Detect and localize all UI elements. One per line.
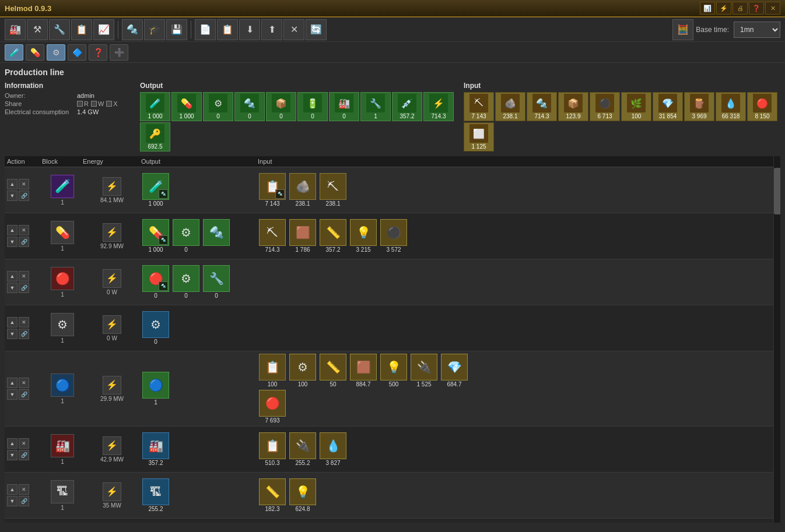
sub-medicine-btn[interactable]: 💊 <box>26 44 44 61</box>
row-down-btn[interactable]: ▼ <box>7 329 17 339</box>
prod-output-item[interactable]: 🔵 1 <box>141 372 170 406</box>
out-item-2[interactable]: ⚙0 <box>203 92 233 121</box>
out-item-9[interactable]: ⚡714.3 <box>423 92 454 121</box>
in-item-5[interactable]: 🌿100 <box>621 92 651 121</box>
prod-output-item[interactable]: 🔴🔩 0 <box>141 265 170 299</box>
row-down-btn[interactable]: ▼ <box>7 496 17 506</box>
row-up-btn[interactable]: ▲ <box>7 484 17 495</box>
out-item-3[interactable]: 🔩0 <box>234 92 265 121</box>
prod-input-item[interactable]: 📋🔩 7 143 <box>258 173 287 207</box>
row-delete-btn[interactable]: ✕ <box>19 179 29 189</box>
tool-btn-6[interactable]: 🔩 <box>122 19 143 40</box>
prod-output-item[interactable]: 🔧 0 <box>202 265 231 299</box>
row-up-btn[interactable]: ▲ <box>7 179 17 189</box>
tool-down-btn[interactable]: ⬇ <box>239 19 260 40</box>
row-delete-btn[interactable]: ✕ <box>19 484 29 495</box>
in-item-6[interactable]: 💎31 854 <box>653 92 683 121</box>
prod-output-item[interactable]: 🔩 <box>202 219 231 246</box>
factory-btn[interactable]: 🏭 <box>5 19 26 40</box>
scrollbar[interactable] <box>773 156 780 523</box>
row-delete-btn[interactable]: ✕ <box>19 271 29 281</box>
mine-btn[interactable]: ⚒ <box>27 19 48 40</box>
sub-potion-btn[interactable]: 🧪 <box>5 44 23 61</box>
prod-input-item[interactable]: 🟫 1 786 <box>288 219 317 253</box>
prod-input-item[interactable]: 🔌 255.2 <box>288 432 317 466</box>
prod-input-item[interactable]: 💡 624.8 <box>288 478 317 512</box>
title-stats-btn[interactable]: 📊 <box>700 2 715 15</box>
share-x[interactable]: X <box>106 100 117 107</box>
tool-btn-8[interactable]: 💾 <box>166 19 187 40</box>
out-item-8[interactable]: 💉357.2 <box>392 92 422 121</box>
tool-btn-3[interactable]: 🔧 <box>49 19 70 40</box>
sub-add-btn[interactable]: ➕ <box>110 44 128 61</box>
tool-up-btn[interactable]: ⬆ <box>261 19 282 40</box>
prod-input-item[interactable]: 📋 510.3 <box>258 432 287 466</box>
scrollbar-thumb[interactable] <box>774 168 780 214</box>
in-item-4[interactable]: ⚫6 713 <box>590 92 620 121</box>
in-item-3[interactable]: 📦123.9 <box>558 92 588 121</box>
prod-input-item[interactable]: 💡 3 215 <box>349 219 378 253</box>
in-item-2[interactable]: 🔩714.3 <box>527 92 557 121</box>
block-icon[interactable]: 🔵 <box>51 374 74 397</box>
out-item-7[interactable]: 🔧1 <box>360 92 391 121</box>
in-item-7[interactable]: 🪵3 969 <box>684 92 714 121</box>
tool-btn-5[interactable]: 📈 <box>93 19 114 40</box>
tool-delete-btn[interactable]: ✕ <box>283 19 304 40</box>
block-icon[interactable]: 💊 <box>51 221 74 244</box>
prod-input-item[interactable]: 📏 357.2 <box>318 219 348 253</box>
row-link-btn[interactable]: 🔗 <box>19 329 29 339</box>
out-item-4[interactable]: 📦0 <box>266 92 296 121</box>
title-filter-btn[interactable]: ⚡ <box>716 2 731 15</box>
prod-output-item[interactable]: 🏭 357.2 <box>141 432 170 466</box>
prod-input-item[interactable]: ⛏ 714.3 <box>258 219 287 253</box>
in-item-9[interactable]: 🔴8 150 <box>747 92 777 121</box>
out-item-1[interactable]: 💊1 000 <box>171 92 202 121</box>
row-up-btn[interactable]: ▲ <box>7 317 17 327</box>
row-up-btn[interactable]: ▲ <box>7 378 17 388</box>
title-print-btn[interactable]: 🖨 <box>733 2 748 15</box>
row-link-btn[interactable]: 🔗 <box>19 283 29 293</box>
prod-input-item[interactable]: 🟫 884.7 <box>349 354 378 387</box>
row-up-btn[interactable]: ▲ <box>7 271 17 281</box>
prod-input-item[interactable]: 💎 684.7 <box>440 354 469 387</box>
prod-input-item[interactable]: 💧 3 827 <box>318 432 348 466</box>
prod-output-item[interactable]: 💊🔩 1 000 <box>141 219 170 253</box>
in-item-8[interactable]: 💧66 318 <box>716 92 746 121</box>
prod-input-item[interactable]: 🔴 7 693 <box>258 390 287 424</box>
out-item-10[interactable]: 🔑692.5 <box>140 122 170 152</box>
tool-paste-btn[interactable]: 📋 <box>217 19 238 40</box>
row-delete-btn[interactable]: ✕ <box>19 378 29 388</box>
tool-btn-4[interactable]: 📋 <box>71 19 92 40</box>
title-close-btn[interactable]: ✕ <box>765 2 780 15</box>
row-up-btn[interactable]: ▲ <box>7 438 17 449</box>
row-down-btn[interactable]: ▼ <box>7 450 17 460</box>
prod-input-item[interactable]: ⚫ 3 572 <box>379 219 408 253</box>
prod-output-item[interactable]: ⚙ 0 <box>171 265 201 299</box>
row-delete-btn[interactable]: ✕ <box>19 225 29 235</box>
prod-input-item[interactable]: 🪨 238.1 <box>288 173 317 207</box>
row-delete-btn[interactable]: ✕ <box>19 438 29 449</box>
sub-diamond-btn[interactable]: 🔷 <box>68 44 86 61</box>
prod-output-item[interactable]: ⚙ 0 <box>141 311 170 345</box>
base-time-select[interactable]: 1mn 1s 1h <box>734 22 780 38</box>
tool-copy-btn[interactable]: 📄 <box>195 19 216 40</box>
prod-output-item[interactable]: ⚙ 0 <box>171 219 201 253</box>
prod-output-item[interactable]: 🏗 255.2 <box>141 478 170 512</box>
row-delete-btn[interactable]: ✕ <box>19 317 29 327</box>
out-item-5[interactable]: 🔋0 <box>297 92 328 121</box>
prod-input-item[interactable]: 📋 100 <box>258 354 287 387</box>
title-help-btn[interactable]: ❓ <box>749 2 764 15</box>
out-item-0[interactable]: 🧪1 000 <box>140 92 170 121</box>
prod-input-item[interactable]: 📏 50 <box>318 354 348 387</box>
row-up-btn[interactable]: ▲ <box>7 225 17 235</box>
prod-input-item[interactable]: 📏 182.3 <box>258 478 287 512</box>
sub-help-btn[interactable]: ❓ <box>89 44 107 61</box>
calc-btn[interactable]: 🧮 <box>672 19 693 40</box>
share-w[interactable]: W <box>91 100 104 107</box>
row-link-btn[interactable]: 🔗 <box>19 450 29 460</box>
tool-refresh-btn[interactable]: 🔄 <box>306 19 327 40</box>
row-down-btn[interactable]: ▼ <box>7 283 17 293</box>
share-r[interactable]: R <box>77 100 89 107</box>
row-link-btn[interactable]: 🔗 <box>19 237 29 247</box>
prod-input-item[interactable]: ⛏ 238.1 <box>318 173 348 207</box>
